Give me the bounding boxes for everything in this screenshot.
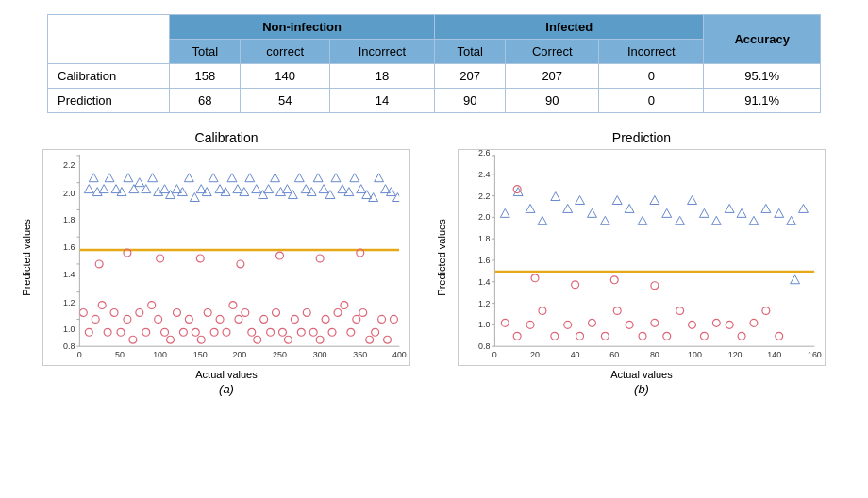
svg-point-107 [242,309,249,317]
svg-text:1.8: 1.8 [63,215,75,224]
svg-marker-197 [799,204,809,212]
svg-point-93 [155,315,162,323]
svg-marker-70 [331,174,341,182]
svg-point-134 [157,255,164,262]
svg-point-85 [104,328,111,336]
svg-point-81 [79,309,87,317]
calibration-row: Calibration 158 140 18 207 207 0 95.1% [48,64,821,89]
svg-point-206 [588,319,595,326]
svg-marker-37 [129,185,139,193]
svg-point-91 [142,328,150,336]
svg-point-119 [316,336,324,343]
svg-text:60: 60 [609,350,619,359]
svg-point-124 [347,328,355,336]
svg-point-208 [613,307,621,315]
calibration-chart-area: 0.8 1.0 1.2 1.4 1.6 1.8 2.0 2.2 [42,149,410,366]
svg-point-86 [110,309,118,317]
cal-ni-total: 158 [170,64,241,89]
svg-text:0: 0 [492,350,497,359]
svg-point-109 [254,336,261,343]
svg-point-95 [167,336,175,343]
cal-inf-incorrect: 0 [599,64,704,89]
svg-marker-198 [791,275,800,284]
svg-point-225 [651,282,659,290]
svg-point-224 [610,276,618,284]
prediction-chart-footnote: (b) [634,382,649,396]
svg-text:1.2: 1.2 [63,298,75,307]
svg-point-118 [309,328,317,336]
svg-rect-140 [494,155,814,346]
inf-total-header: Total [435,40,506,64]
svg-point-200 [513,332,521,340]
svg-point-202 [539,307,546,315]
cal-ni-incorrect: 18 [329,64,434,89]
pred-blue-points [500,188,808,284]
pred-accuracy: 91.1% [704,89,821,113]
accuracy-header: Accuracy [704,15,821,64]
svg-point-128 [372,328,379,336]
svg-point-98 [185,315,192,323]
svg-point-215 [700,332,708,340]
svg-point-106 [235,315,242,323]
svg-point-101 [204,309,211,317]
svg-marker-32 [99,185,108,193]
svg-text:400: 400 [392,350,407,359]
svg-point-97 [179,328,187,336]
pred-inf-incorrect: 0 [599,89,704,113]
svg-marker-31 [92,188,102,196]
svg-marker-29 [84,185,93,193]
svg-point-221 [776,332,783,340]
svg-point-135 [196,255,204,262]
svg-marker-55 [240,188,249,196]
charts-row: Calibration Predicted values [19,130,849,396]
svg-marker-59 [264,185,274,193]
prediction-chart-area: 0.8 1.0 1.2 1.4 1.6 1.8 2.0 2.2 2.4 2.6 [458,149,826,366]
svg-point-212 [663,332,671,340]
infected-header: Infected [435,15,704,40]
svg-text:160: 160 [808,350,822,359]
svg-marker-46 [184,174,193,182]
svg-point-108 [248,328,256,336]
svg-point-117 [303,309,310,317]
svg-marker-73 [350,174,359,182]
svg-point-94 [161,328,169,336]
svg-text:120: 120 [728,350,743,359]
svg-marker-187 [676,216,685,224]
svg-point-90 [136,309,143,317]
calibration-chart-title: Calibration [195,130,259,145]
svg-marker-193 [749,216,759,224]
svg-marker-56 [245,174,255,182]
svg-point-216 [712,319,720,326]
svg-point-120 [322,315,329,323]
svg-point-125 [353,315,360,323]
svg-marker-58 [259,191,268,199]
calibration-svg: 0.8 1.0 1.2 1.4 1.6 1.8 2.0 2.2 [43,150,409,365]
svg-point-130 [384,336,392,343]
svg-marker-77 [375,174,384,182]
svg-point-222 [531,274,539,282]
svg-marker-182 [612,196,622,205]
svg-marker-38 [135,178,144,187]
svg-text:2.2: 2.2 [63,160,75,170]
svg-point-103 [216,315,224,323]
svg-text:2.4: 2.4 [478,170,490,179]
svg-text:2.0: 2.0 [478,212,490,222]
inf-correct-header: Correct [506,40,599,64]
svg-marker-30 [89,174,98,182]
svg-point-116 [297,328,305,336]
pred-ni-incorrect: 14 [329,89,434,113]
pred-ni-total: 68 [170,89,241,113]
ni-total-header: Total [170,40,241,64]
prediction-row: Prediction 68 54 14 90 90 0 91.1% [48,89,821,113]
svg-marker-61 [276,188,286,196]
svg-text:50: 50 [115,350,125,359]
svg-point-111 [267,328,275,336]
svg-marker-80 [392,193,402,202]
prediction-label: Prediction [48,89,170,113]
svg-point-217 [726,321,733,328]
calibration-chart-footnote: (a) [219,382,234,396]
svg-point-203 [551,332,559,340]
svg-marker-68 [319,185,328,193]
svg-point-201 [526,321,534,328]
svg-text:1.8: 1.8 [478,234,490,243]
